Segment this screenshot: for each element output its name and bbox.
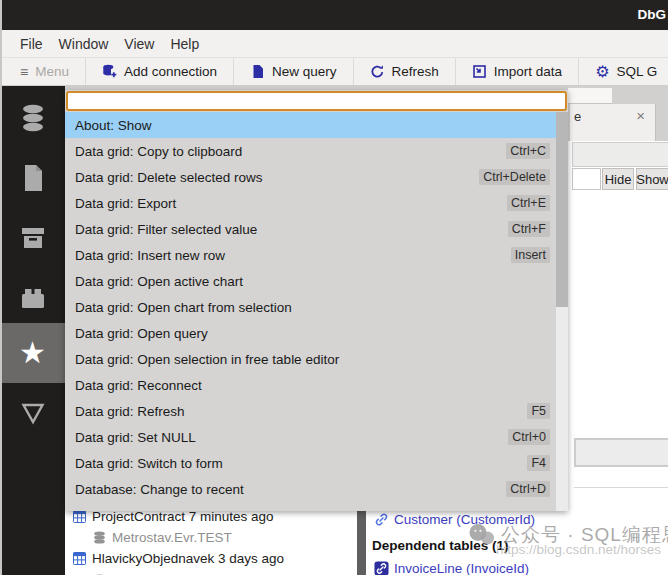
sidebar-item-archive[interactable] (0, 208, 65, 268)
hide-button[interactable]: Hide (602, 168, 634, 190)
shortcut-badge: Insert (511, 247, 550, 263)
dependend-table-link-row[interactable]: InvoiceLine (InvoiceId) (374, 558, 529, 575)
close-icon[interactable]: × (636, 109, 645, 122)
database-row[interactable]: Metrostav.Evr.TEST (93, 527, 232, 548)
link-icon (374, 512, 389, 527)
app-title: DbG (638, 7, 667, 22)
command-item[interactable]: About: Show (65, 112, 568, 138)
detail-sub-toolbar (572, 142, 668, 167)
command-item[interactable]: Data grid: Insert new row Insert (65, 242, 568, 268)
command-item[interactable]: Data grid: Reconnect (65, 372, 568, 398)
command-search-input[interactable] (66, 91, 567, 111)
command-item[interactable]: Data grid: Delete selected rows Ctrl+Del… (65, 164, 568, 190)
command-label: File: import data (75, 508, 172, 512)
sidebar-item-files[interactable] (0, 148, 65, 208)
refresh-label: Refresh (392, 64, 439, 79)
archive-icon (20, 225, 46, 251)
command-item[interactable]: Data grid: Refresh F5 (65, 398, 568, 424)
sidebar-item-favorites[interactable]: ★ (0, 323, 65, 383)
shortcut-badge: Ctrl+0 (508, 429, 550, 445)
command-label: Data grid: Open active chart (75, 274, 243, 289)
import-icon (472, 64, 487, 79)
command-label: About: Show (75, 118, 152, 133)
section-header-box (574, 438, 668, 467)
sidebar-item-database[interactable] (0, 88, 65, 148)
command-label: Data grid: Set NULL (75, 430, 196, 445)
menu-help[interactable]: Help (162, 32, 207, 56)
gear-icon: ⚙ (595, 64, 609, 80)
command-label: Data grid: Reconnect (75, 378, 202, 393)
divider (574, 487, 668, 488)
sidebar-item-cell-data[interactable] (0, 383, 65, 443)
command-label: Data grid: Open selection in free table … (75, 352, 339, 367)
tab-group-header (568, 88, 612, 104)
window-edge (0, 0, 2, 575)
file-icon (20, 164, 46, 192)
command-label: Data grid: Refresh (75, 404, 185, 419)
shortcut-badge: Ctrl+F (508, 221, 550, 237)
command-label: Data grid: Open query (75, 326, 208, 341)
command-label: Data grid: Copy to clipboard (75, 144, 242, 159)
filter-field[interactable] (572, 168, 601, 190)
command-item[interactable]: Data grid: Switch to form F4 (65, 450, 568, 476)
command-label: Data grid: Filter selected value (75, 222, 257, 237)
sql-generator-button[interactable]: ⚙ SQL G (579, 58, 668, 85)
new-query-button[interactable]: New query (234, 58, 354, 85)
import-data-button[interactable]: Import data (456, 58, 579, 85)
command-item[interactable]: Data grid: Export Ctrl+E (65, 190, 568, 216)
command-label: Data grid: Delete selected rows (75, 170, 263, 185)
sidebar-item-plugins[interactable] (0, 268, 65, 328)
command-label: Data grid: Open chart from selection (75, 300, 292, 315)
command-label: Data grid: Switch to form (75, 456, 223, 471)
foreign-key-link[interactable]: Customer (CustomerId) (394, 512, 535, 527)
table-row[interactable]: HlavickyObjednavek 3 days ago (73, 548, 284, 569)
command-item[interactable]: Data grid: Filter selected value Ctrl+F (65, 216, 568, 242)
database-row-label: Metrostav.Evr.TEST (112, 530, 232, 545)
star-icon: ★ (19, 338, 46, 368)
main-toolbar: ≡ Menu Add connection New query Refresh (0, 58, 668, 86)
menu-window[interactable]: Window (51, 32, 117, 56)
menu-bar: File Window View Help (0, 30, 668, 58)
command-item[interactable]: Database: Change to recent Ctrl+D (65, 476, 568, 502)
link-filled-icon (374, 561, 389, 575)
command-item[interactable]: Data grid: Open active chart (65, 268, 568, 294)
add-connection-label: Add connection (124, 64, 217, 79)
command-list: About: Show Data grid: Copy to clipboard… (65, 112, 568, 511)
shortcut-badge: Ctrl+D (506, 481, 550, 497)
database-row[interactable]: Metrostav.Evr.TEST (93, 570, 232, 575)
hamburger-icon: ≡ (20, 64, 28, 80)
command-label: Database: Change to recent (75, 482, 244, 497)
command-item[interactable]: Data grid: Copy to clipboard Ctrl+C (65, 138, 568, 164)
dependend-table-link[interactable]: InvoiceLine (InvoiceId) (394, 561, 529, 575)
plugin-icon (20, 286, 46, 310)
foreign-key-link-row[interactable]: Customer (CustomerId) (374, 509, 535, 529)
active-tab[interactable]: e × (570, 104, 656, 141)
table-row-label: ProjectContract 7 minutes ago (92, 509, 274, 524)
command-item[interactable]: Data grid: Open query (65, 320, 568, 346)
widget-sidebar: ★ (0, 86, 65, 575)
command-item[interactable]: Data grid: Open chart from selection (65, 294, 568, 320)
command-item[interactable]: Data grid: Set NULL Ctrl+0 (65, 424, 568, 450)
palette-scrollbar-thumb[interactable] (556, 112, 568, 307)
database-plus-icon (102, 64, 117, 79)
tab-title-fragment: e (574, 109, 581, 124)
menu-button[interactable]: ≡ Menu (0, 58, 86, 85)
dbgate-window: DbG File Window View Help ≡ Menu Add con… (0, 0, 668, 575)
shortcut-badge: F4 (527, 455, 550, 471)
show-button[interactable]: Show (636, 168, 668, 190)
add-connection-button[interactable]: Add connection (86, 58, 234, 85)
command-label: Data grid: Export (75, 196, 176, 211)
dependend-tables-heading: Dependend tables (1) (372, 535, 509, 555)
command-palette: About: Show Data grid: Copy to clipboard… (65, 90, 568, 511)
refresh-button[interactable]: Refresh (354, 58, 456, 85)
command-item[interactable]: File: import data (65, 502, 568, 511)
refresh-icon (370, 64, 385, 79)
table-row-label: HlavickyObjednavek 3 days ago (92, 551, 284, 566)
command-item[interactable]: Data grid: Open selection in free table … (65, 346, 568, 372)
palette-scrollbar[interactable] (556, 112, 568, 511)
database-icon (93, 531, 106, 544)
new-query-label: New query (272, 64, 337, 79)
menu-view[interactable]: View (116, 32, 162, 56)
menu-file[interactable]: File (12, 32, 51, 56)
shortcut-badge: Ctrl+E (507, 195, 550, 211)
